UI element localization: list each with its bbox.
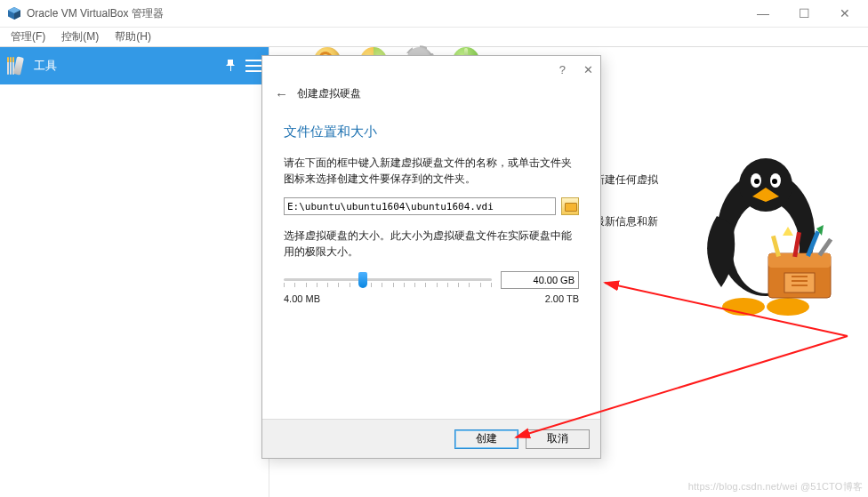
cancel-button[interactable]: 取消 bbox=[526, 429, 590, 449]
sidebar: 工具 bbox=[0, 47, 269, 497]
window-title: Oracle VM VirtualBox 管理器 bbox=[27, 6, 752, 21]
details-icon[interactable] bbox=[245, 58, 261, 74]
sidebar-item-label: 工具 bbox=[34, 58, 57, 74]
dialog-description-2: 选择虚拟硬盘的大小。此大小为虚拟硬盘文件在实际硬盘中能用的极限大小。 bbox=[284, 228, 579, 260]
dialog-close-button[interactable]: ✕ bbox=[583, 63, 593, 76]
browse-folder-button[interactable] bbox=[561, 197, 579, 215]
dialog-section-title: 文件位置和大小 bbox=[284, 124, 579, 140]
disk-size-value[interactable]: 40.00 GB bbox=[501, 271, 579, 289]
dialog-header-title: 创建虚拟硬盘 bbox=[297, 86, 361, 101]
svg-point-5 bbox=[739, 158, 792, 212]
svg-point-9 bbox=[772, 179, 777, 184]
dialog-help-button[interactable]: ? bbox=[559, 63, 566, 76]
dialog-footer: 创建 取消 bbox=[262, 419, 600, 458]
file-path-input[interactable] bbox=[284, 197, 556, 215]
menu-machine[interactable]: 控制(M) bbox=[61, 29, 99, 44]
menu-file[interactable]: 管理(F) bbox=[11, 29, 45, 44]
disk-size-slider[interactable] bbox=[284, 270, 492, 290]
svg-point-12 bbox=[767, 298, 809, 316]
create-button[interactable]: 创建 bbox=[454, 429, 518, 449]
svg-point-7 bbox=[754, 179, 760, 184]
menu-help[interactable]: 帮助(H) bbox=[115, 29, 151, 44]
slider-max-label: 2.00 TB bbox=[545, 293, 579, 304]
virtualbox-logo-icon bbox=[7, 6, 21, 20]
dialog-description-1: 请在下面的框中键入新建虚拟硬盘文件的名称，或单击文件夹图标来选择创建文件要保存到… bbox=[284, 155, 579, 187]
window-titlebar: Oracle VM VirtualBox 管理器 — ☐ ✕ bbox=[0, 0, 868, 28]
dialog-titlebar: ? ✕ bbox=[262, 56, 600, 83]
create-disk-dialog: ? ✕ ← 创建虚拟硬盘 文件位置和大小 请在下面的框中键入新建虚拟硬盘文件的名… bbox=[261, 55, 601, 459]
back-arrow-icon[interactable]: ← bbox=[275, 86, 288, 101]
window-close-button[interactable]: ✕ bbox=[834, 6, 856, 20]
window-maximize-button[interactable]: ☐ bbox=[793, 6, 815, 20]
slider-thumb[interactable] bbox=[358, 272, 367, 288]
menubar: 管理(F) 控制(M) 帮助(H) bbox=[0, 28, 868, 47]
welcome-text-fragment: 新建任何虚拟 最新信息和新 bbox=[594, 172, 701, 230]
watermark-text: https://blog.csdn.net/wei @51CTO博客 bbox=[688, 480, 863, 493]
sidebar-item-tools[interactable]: 工具 bbox=[0, 47, 269, 84]
slider-min-label: 4.00 MB bbox=[284, 293, 320, 304]
pin-icon[interactable] bbox=[222, 58, 238, 74]
penguin-toolbox-illustration bbox=[699, 154, 841, 332]
tools-icon bbox=[7, 57, 34, 75]
svg-point-11 bbox=[722, 298, 765, 316]
window-minimize-button[interactable]: — bbox=[752, 6, 774, 20]
